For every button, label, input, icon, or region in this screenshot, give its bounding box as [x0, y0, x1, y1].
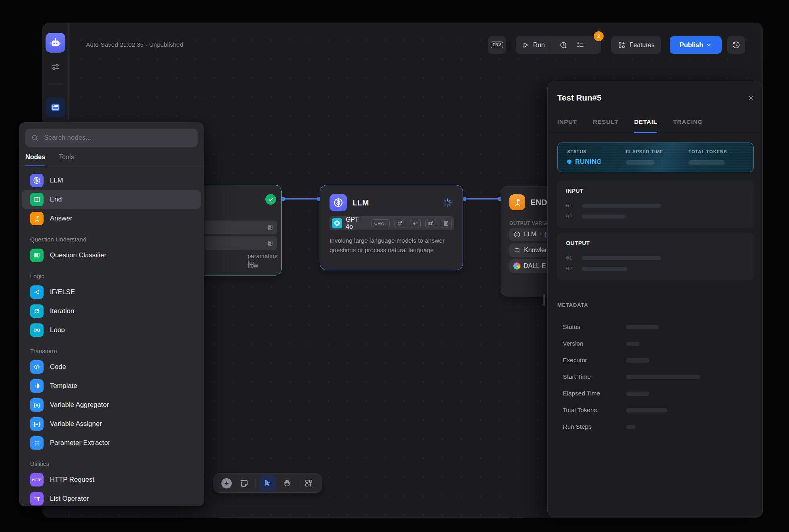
node-item-template[interactable]: Template	[22, 376, 201, 395]
tab-tools[interactable]: Tools	[59, 153, 74, 166]
node-item-llm[interactable]: LLM	[22, 171, 201, 190]
autosave-status: Auto-Saved 21:02:35 · Unpublished	[86, 41, 183, 48]
features-button[interactable]: Features	[611, 36, 661, 54]
organize-nodes-button[interactable]	[302, 477, 316, 490]
play-icon[interactable]	[521, 41, 529, 49]
metadata-row: Version	[563, 335, 753, 352]
node-item-iteration[interactable]: Iteration	[22, 302, 201, 321]
group-heading: Question Understand	[19, 228, 204, 246]
toolbar-divider	[298, 479, 298, 488]
llm-node-title: LLM	[353, 198, 369, 207]
row-marker: 01	[566, 255, 572, 261]
group-heading: Utilities	[19, 452, 204, 470]
plus-icon: +	[221, 478, 232, 488]
node-item-end[interactable]: End	[22, 190, 201, 209]
metadata-row: Run Steps	[563, 418, 753, 435]
input-card: INPUT 01 02	[557, 180, 754, 228]
pointer-tool-button[interactable]	[259, 475, 276, 492]
output-skeleton	[582, 267, 627, 271]
node-item-label: Iteration	[50, 307, 74, 315]
output-variables-label: OUTPUT VARIA	[509, 220, 547, 226]
node-item-list-operator[interactable]: List Operator	[22, 489, 201, 508]
node-item-parameter-extractor[interactable]: Parameter Extractor	[22, 433, 201, 452]
llm-node-description: Invoking large language models to answer…	[330, 236, 455, 255]
node-item-variable-assigner[interactable]: {=} Variable Assigner	[22, 414, 201, 433]
status-value: RUNING	[567, 158, 602, 165]
workflow-settings-button[interactable]	[50, 62, 61, 72]
add-note-button[interactable]	[237, 477, 251, 490]
model-selector[interactable]: GPT-4o CHAT	[330, 216, 454, 230]
node-item-label: Template	[50, 382, 77, 390]
edge-llm-to-end	[465, 198, 500, 200]
search-icon	[31, 134, 39, 142]
metadata-skeleton	[626, 358, 649, 363]
hand-tool-button[interactable]	[280, 477, 293, 490]
add-node-button[interactable]: +	[220, 477, 233, 490]
panel-resize-handle[interactable]	[543, 294, 545, 306]
node-item-label: Question Classifier	[50, 251, 107, 259]
input-skeleton	[582, 215, 625, 218]
var-separator: /	[539, 231, 541, 238]
iteration-icon	[30, 304, 44, 318]
env-button[interactable]: ENV	[488, 36, 506, 54]
topbar-separator	[510, 40, 510, 50]
var-name: DALL-E	[524, 262, 546, 270]
search-input[interactable]	[43, 133, 192, 142]
node-item-label: List Operator	[50, 495, 89, 503]
notification-badge: 2	[594, 31, 604, 41]
llm-brain-icon	[30, 174, 44, 187]
running-dot-icon	[567, 160, 572, 164]
run-history-icon[interactable]	[559, 41, 568, 49]
end-flag-icon	[509, 194, 525, 210]
version-history-button[interactable]	[727, 36, 745, 54]
node-item-if-else[interactable]: IF/ELSE	[22, 283, 201, 302]
metadata-row: Status	[563, 319, 753, 335]
output-skeleton	[582, 256, 661, 260]
window-icon	[50, 101, 61, 113]
metadata-skeleton	[626, 342, 640, 346]
status-card: STATUS ELAPSED TIME TOTAL TOKENS RUNING	[557, 142, 754, 172]
node-item-question-classifier[interactable]: Question Classifier	[22, 246, 201, 265]
node-panel-tabs: Nodes Tools	[25, 153, 198, 166]
llm-node[interactable]: LLM GPT-4o CHAT Invoking large language …	[320, 185, 463, 270]
document-capability-icon	[441, 219, 452, 228]
variable-assigner-icon: {=}	[30, 417, 44, 431]
node-item-answer[interactable]: Answer	[22, 209, 201, 228]
metadata-skeleton	[626, 408, 667, 412]
app-root: Auto-Saved 21:02:35 · Unpublished ENV Ru…	[0, 0, 789, 532]
publish-label: Publish	[680, 41, 703, 49]
template-icon	[30, 379, 44, 393]
node-item-loop[interactable]: Loop	[22, 321, 201, 340]
parameter-extractor-icon	[30, 436, 44, 450]
group-heading: Logic	[19, 265, 204, 283]
status-label: STATUS	[567, 149, 587, 154]
checklist-icon[interactable]	[576, 41, 585, 49]
node-item-label: End	[50, 196, 62, 203]
start-node-field[interactable]	[201, 236, 277, 250]
if-else-icon	[30, 285, 44, 299]
running-spinner-icon	[442, 198, 453, 208]
elapsed-skeleton	[626, 160, 654, 165]
metadata-label: Start Time	[563, 373, 626, 380]
start-node-field[interactable]	[201, 220, 277, 234]
row-marker: 02	[566, 266, 572, 272]
close-icon[interactable]: ×	[746, 93, 756, 103]
node-item-code[interactable]: Code	[22, 357, 201, 376]
history-icon	[732, 40, 741, 49]
node-item-http-request[interactable]: HTTP HTTP Request	[22, 470, 201, 489]
var-name: Knowled	[524, 247, 548, 254]
run-button[interactable]: Run	[533, 42, 545, 49]
chat-mode-badge: CHAT	[371, 219, 390, 227]
node-item-variable-aggregator[interactable]: {x} Variable Aggregator	[22, 395, 201, 414]
node-search[interactable]	[25, 129, 198, 147]
node-item-label: Variable Assigner	[50, 420, 102, 428]
metadata-row: Elapsed Time	[563, 385, 753, 402]
app-logo[interactable]	[46, 33, 65, 53]
metadata-label: Run Steps	[563, 423, 626, 430]
run-tabs-divider	[548, 131, 762, 131]
node-item-label: Answer	[50, 215, 72, 222]
publish-button[interactable]: Publish	[670, 36, 722, 54]
tab-nodes[interactable]: Nodes	[25, 153, 45, 166]
panel-toggle-button[interactable]	[46, 97, 65, 117]
row-marker: 02	[566, 213, 572, 219]
